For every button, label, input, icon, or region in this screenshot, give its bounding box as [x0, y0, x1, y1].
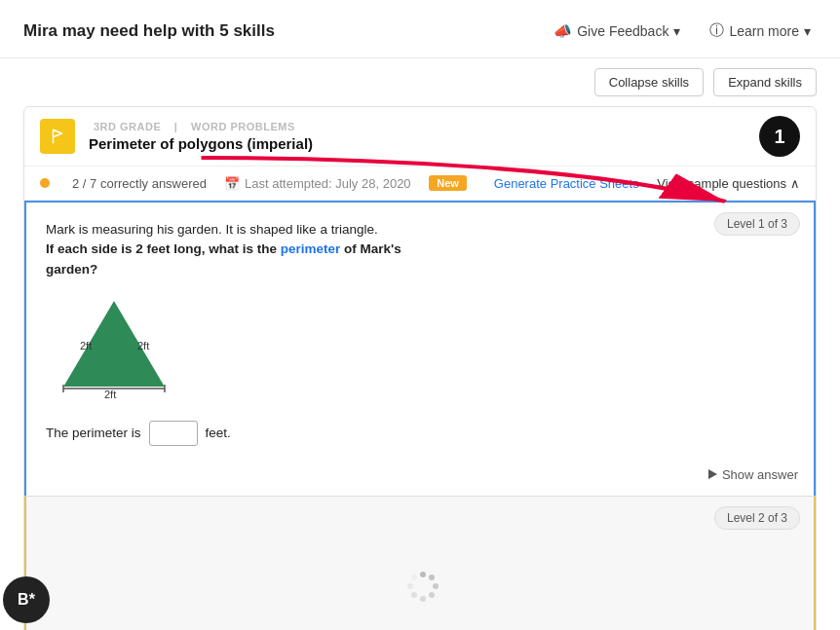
- svg-point-12: [420, 596, 426, 602]
- answer-row: The perimeter is feet.: [46, 421, 794, 446]
- give-feedback-button[interactable]: 📣 Give Feedback ▾: [548, 19, 686, 44]
- calendar-icon: 📅: [224, 176, 240, 191]
- svg-point-11: [429, 592, 435, 598]
- flag-icon-wrap: [40, 119, 75, 154]
- skill-category: WORD PROBLEMS: [191, 121, 295, 132]
- svg-text:2ft: 2ft: [104, 389, 116, 400]
- level1-label: Level 1 of 3: [714, 212, 800, 236]
- level1-panel: Level 1 of 3 Mark is measuring his garde…: [24, 201, 816, 496]
- svg-point-14: [407, 583, 413, 589]
- skill-breadcrumb: 3rd GRADE | WORD PROBLEMS: [89, 121, 800, 132]
- skill-meta: 3rd GRADE | WORD PROBLEMS Perimeter of p…: [89, 121, 800, 152]
- svg-point-8: [420, 572, 426, 577]
- svg-point-15: [411, 574, 417, 580]
- perimeter-link: perimeter: [281, 241, 341, 256]
- last-attempted: 📅 Last attempted: July 28, 2020: [224, 176, 411, 191]
- skill-badge-number: 1: [759, 116, 800, 157]
- level1-question-text: Mark is measuring his garden. It is shap…: [46, 220, 455, 279]
- triangle-diagram: 2ft 2ft 2ft: [56, 293, 172, 400]
- header: Mira may need help with 5 skills 📣 Give …: [0, 0, 840, 58]
- level1-show-answer-button[interactable]: Show answer: [708, 467, 798, 482]
- skill-title: Perimeter of polygons (imperial): [89, 135, 800, 152]
- header-actions: 📣 Give Feedback ▾ ⓘ Learn more ▾: [548, 18, 817, 44]
- svg-text:2ft: 2ft: [137, 340, 149, 352]
- stats-row: 2 / 7 correctly answered 📅 Last attempte…: [24, 167, 816, 201]
- feedback-label: Give Feedback: [577, 23, 668, 39]
- new-badge: New: [429, 175, 467, 191]
- flag-icon: [49, 128, 66, 145]
- loading-spinner: [403, 567, 437, 600]
- skill-grade: 3rd GRADE: [94, 121, 161, 132]
- chevron-up-icon: ∧: [790, 176, 800, 191]
- breadcrumb-separator: |: [174, 121, 178, 132]
- collapse-skills-button[interactable]: Collapse skills: [594, 68, 704, 96]
- learn-more-label: Learn more: [729, 23, 799, 39]
- feedback-icon: 📣: [554, 22, 572, 40]
- triangle-svg: 2ft 2ft 2ft: [56, 293, 172, 400]
- level1-show-answer-row: Show answer: [26, 460, 814, 496]
- generate-practice-button[interactable]: Generate Practice Sheets: [494, 176, 639, 191]
- svg-point-10: [433, 583, 439, 589]
- svg-point-9: [429, 574, 435, 580]
- learn-more-button[interactable]: ⓘ Learn more ▾: [704, 18, 817, 44]
- page-title: Mira may need help with 5 skills: [23, 21, 275, 41]
- correct-count: 2 / 7 correctly answered: [72, 176, 207, 191]
- feedback-chevron: ▾: [673, 23, 680, 39]
- level2-label: Level 2 of 3: [714, 506, 800, 530]
- collapse-expand-row: Collapse skills Expand skills: [0, 58, 840, 106]
- play-icon: [708, 469, 717, 479]
- view-sample-questions-button[interactable]: View sample questions ∧: [657, 176, 800, 191]
- expand-skills-button[interactable]: Expand skills: [713, 68, 817, 96]
- b-star-badge: B*: [3, 576, 50, 623]
- learn-more-chevron: ▾: [804, 23, 811, 39]
- panels-wrapper: Level 1 of 3 Mark is measuring his garde…: [24, 201, 816, 630]
- svg-text:2ft: 2ft: [80, 340, 92, 352]
- answer-input-box[interactable]: [149, 421, 198, 446]
- svg-point-13: [411, 592, 417, 598]
- correct-dot: [40, 178, 50, 188]
- level2-body: Level 2 of 3: [26, 497, 814, 630]
- skill-header: 3rd GRADE | WORD PROBLEMS Perimeter of p…: [24, 107, 816, 167]
- learn-more-icon: ⓘ: [709, 21, 724, 40]
- level1-body: Level 1 of 3 Mark is measuring his garde…: [26, 203, 814, 460]
- level2-panel: B* Level 2 of 3: [24, 496, 816, 630]
- skill-card: 3rd GRADE | WORD PROBLEMS Perimeter of p…: [23, 106, 817, 630]
- page: Mira may need help with 5 skills 📣 Give …: [0, 0, 840, 630]
